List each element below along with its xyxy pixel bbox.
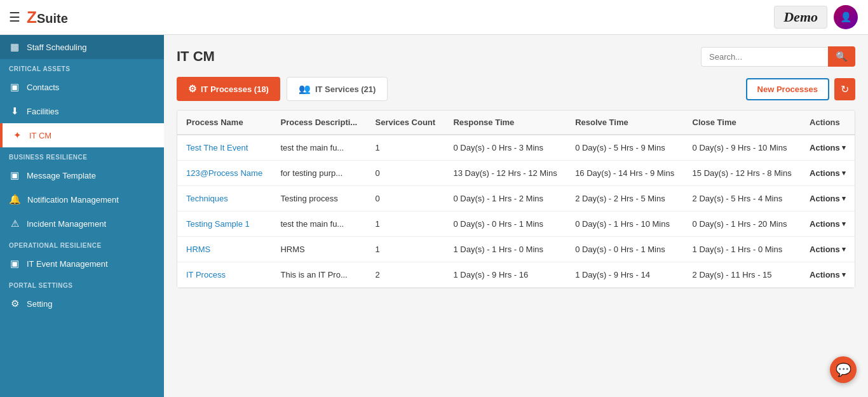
actions-button[interactable]: Actions bbox=[810, 194, 846, 203]
actions-button[interactable]: Actions bbox=[810, 270, 846, 279]
sidebar-item-notification-management[interactable]: 🔔 Notification Management bbox=[0, 187, 164, 212]
actions-button[interactable]: Actions bbox=[810, 219, 846, 229]
refresh-button[interactable]: ↻ bbox=[834, 78, 855, 100]
cell-services-count: 0 bbox=[367, 186, 445, 212]
col-close-time: Close Time bbox=[684, 111, 801, 135]
actions-button[interactable]: Actions bbox=[810, 245, 846, 254]
incident-icon: ⚠ bbox=[9, 218, 20, 229]
cell-response-time: 0 Day(s) - 1 Hrs - 2 Mins bbox=[444, 186, 566, 212]
facilities-icon: ⬇ bbox=[9, 105, 20, 117]
cell-close-time: 2 Day(s) - 5 Hrs - 4 Mins bbox=[684, 186, 801, 212]
actions-button[interactable]: Actions bbox=[810, 168, 846, 178]
cell-resolve-time: 16 Day(s) - 14 Hrs - 9 Mins bbox=[566, 161, 683, 186]
process-name-link[interactable]: Techniques bbox=[186, 194, 228, 203]
cell-process-desc: This is an IT Pro... bbox=[271, 262, 366, 288]
cell-actions: Actions bbox=[801, 237, 855, 262]
sidebar-item-setting[interactable]: ⚙ Setting bbox=[0, 292, 164, 316]
cell-response-time: 13 Day(s) - 12 Hrs - 12 Mins bbox=[444, 161, 566, 186]
cell-close-time: 2 Day(s) - 11 Hrs - 15 bbox=[684, 262, 801, 288]
notification-icon: 🔔 bbox=[9, 194, 21, 205]
cell-response-time: 0 Day(s) - 0 Hrs - 3 Mins bbox=[444, 135, 566, 161]
new-processes-button[interactable]: New Processes bbox=[746, 78, 829, 100]
cell-actions: Actions bbox=[801, 135, 855, 161]
process-name-link[interactable]: IT Process bbox=[186, 270, 226, 279]
cell-process-desc: test the main fu... bbox=[271, 135, 366, 161]
message-template-icon: ▣ bbox=[9, 170, 20, 181]
search-button[interactable]: 🔍 bbox=[828, 46, 855, 67]
process-name-link[interactable]: HRMS bbox=[186, 245, 210, 254]
cell-resolve-time: 0 Day(s) - 0 Hrs - 1 Mins bbox=[566, 237, 683, 262]
cell-process-name: Testing Sample 1 bbox=[177, 212, 271, 237]
demo-badge: Demo bbox=[774, 6, 827, 29]
tab-it-services[interactable]: 👥 IT Services (21) bbox=[287, 77, 388, 101]
main-content: Demo 👤 IT CM 🔍 ⚙ IT Processes (18) 👥 IT … bbox=[164, 0, 868, 397]
logo-suite: Suite bbox=[37, 11, 68, 25]
table-row: Testing Sample 1 test the main fu... 1 0… bbox=[177, 212, 855, 237]
chat-icon: 💬 bbox=[836, 362, 851, 377]
cell-process-name: Techniques bbox=[177, 186, 271, 212]
hamburger-icon[interactable]: ☰ bbox=[9, 10, 20, 25]
cell-process-name: HRMS bbox=[177, 237, 271, 262]
cell-actions: Actions bbox=[801, 262, 855, 288]
sidebar-item-it-event-management[interactable]: ▣ IT Event Management bbox=[0, 252, 164, 276]
processes-table-container: Process Name Process Descripti... Servic… bbox=[177, 110, 855, 288]
cell-services-count: 1 bbox=[367, 212, 445, 237]
cell-close-time: 0 Day(s) - 1 Hrs - 20 Mins bbox=[684, 212, 801, 237]
sidebar-item-contacts[interactable]: ▣ Contacts bbox=[0, 75, 164, 99]
chat-bubble[interactable]: 💬 bbox=[830, 356, 857, 383]
cell-process-name: 123@Process Name bbox=[177, 161, 271, 186]
it-cm-icon: ✦ bbox=[11, 130, 23, 141]
process-name-link[interactable]: Test The It Event bbox=[186, 143, 248, 152]
table-row: Test The It Event test the main fu... 1 … bbox=[177, 135, 855, 161]
cell-resolve-time: 0 Day(s) - 1 Hrs - 10 Mins bbox=[566, 212, 683, 237]
cell-resolve-time: 2 Day(s) - 2 Hrs - 5 Mins bbox=[566, 186, 683, 212]
sidebar-item-label: Notification Management bbox=[27, 195, 119, 205]
sidebar-item-incident-management[interactable]: ⚠ Incident Management bbox=[0, 212, 164, 236]
settings-icon: ⚙ bbox=[9, 298, 20, 309]
tab-it-processes[interactable]: ⚙ IT Processes (18) bbox=[177, 77, 280, 101]
actions-button[interactable]: Actions bbox=[810, 143, 846, 152]
tabs-right: New Processes ↻ bbox=[746, 78, 855, 100]
sidebar-item-message-template[interactable]: ▣ Message Template bbox=[0, 163, 164, 187]
sidebar: ☰ ZSuite ▦ Staff Scheduling CRITICAL ASS… bbox=[0, 0, 164, 397]
cell-close-time: 1 Day(s) - 1 Hrs - 0 Mins bbox=[684, 237, 801, 262]
processes-tab-icon: ⚙ bbox=[188, 83, 196, 95]
sidebar-header: ☰ ZSuite bbox=[0, 0, 164, 35]
tab-it-processes-label: IT Processes (18) bbox=[201, 84, 269, 94]
tab-it-services-label: IT Services (21) bbox=[315, 84, 376, 94]
tabs-row: ⚙ IT Processes (18) 👥 IT Services (21) N… bbox=[177, 77, 855, 101]
col-actions: Actions bbox=[801, 111, 855, 135]
cell-process-desc: test the main fu... bbox=[271, 212, 366, 237]
table-row: HRMS HRMS 1 1 Day(s) - 1 Hrs - 0 Mins 0 … bbox=[177, 237, 855, 262]
cell-resolve-time: 0 Day(s) - 5 Hrs - 9 Mins bbox=[566, 135, 683, 161]
sidebar-item-label: Setting bbox=[27, 299, 52, 309]
search-box: 🔍 bbox=[701, 46, 855, 67]
process-name-link[interactable]: 123@Process Name bbox=[186, 168, 262, 178]
cell-actions: Actions bbox=[801, 161, 855, 186]
sidebar-item-label: Staff Scheduling bbox=[27, 43, 86, 52]
col-process-desc: Process Descripti... bbox=[271, 111, 366, 135]
cell-response-time: 1 Day(s) - 1 Hrs - 0 Mins bbox=[444, 237, 566, 262]
cell-process-desc: for testing purp... bbox=[271, 161, 366, 186]
cell-response-time: 0 Day(s) - 0 Hrs - 1 Mins bbox=[444, 212, 566, 237]
cell-process-desc: HRMS bbox=[271, 237, 366, 262]
cell-services-count: 1 bbox=[367, 135, 445, 161]
cell-close-time: 15 Day(s) - 12 Hrs - 8 Mins bbox=[684, 161, 801, 186]
page-title: IT CM bbox=[177, 48, 215, 65]
cell-process-desc: Testing process bbox=[271, 186, 366, 212]
col-process-name: Process Name bbox=[177, 111, 271, 135]
sidebar-item-staff-scheduling[interactable]: ▦ Staff Scheduling bbox=[0, 35, 164, 59]
content-area: IT CM 🔍 ⚙ IT Processes (18) 👥 IT Service… bbox=[164, 35, 868, 397]
sidebar-item-label: IT Event Management bbox=[27, 259, 108, 269]
top-bar: Demo 👤 bbox=[164, 0, 868, 35]
search-input[interactable] bbox=[701, 47, 828, 67]
tabs-left: ⚙ IT Processes (18) 👥 IT Services (21) bbox=[177, 77, 388, 101]
cell-response-time: 1 Day(s) - 9 Hrs - 16 bbox=[444, 262, 566, 288]
sidebar-item-facilities[interactable]: ⬇ Facilities bbox=[0, 99, 164, 123]
processes-table: Process Name Process Descripti... Servic… bbox=[177, 111, 855, 288]
sidebar-item-it-cm[interactable]: ✦ IT CM bbox=[0, 123, 164, 147]
avatar[interactable]: 👤 bbox=[834, 5, 858, 29]
cell-process-name: IT Process bbox=[177, 262, 271, 288]
process-name-link[interactable]: Testing Sample 1 bbox=[186, 219, 250, 229]
logo-z: Z bbox=[27, 8, 37, 27]
